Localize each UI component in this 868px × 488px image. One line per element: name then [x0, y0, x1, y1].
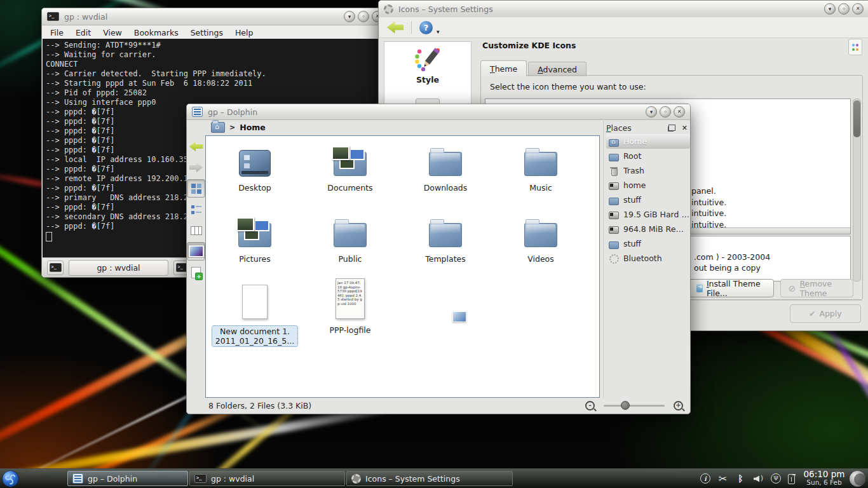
bluetooth-icon[interactable] [735, 473, 746, 484]
zoom-out-icon[interactable]: - [585, 401, 595, 410]
menu-item[interactable]: File [50, 28, 64, 37]
file-item[interactable]: New document 1. 2011_01_20_16_5... [207, 283, 302, 355]
places-item[interactable]: Bluetooth [606, 251, 690, 266]
toolbar-button[interactable] [187, 263, 205, 281]
toolbar-button[interactable] [187, 158, 205, 177]
help-icon[interactable]: ? [419, 21, 433, 34]
maximize-button[interactable] [660, 106, 671, 118]
menu-item[interactable]: View [103, 28, 122, 37]
new-tab-button[interactable] [47, 261, 64, 275]
taskbar-task[interactable]: Icons – System Settings [346, 471, 513, 486]
slider-track [604, 405, 665, 407]
style-category-label[interactable]: Style [416, 75, 439, 85]
toolbar-button[interactable] [187, 137, 205, 156]
dolphin-titlebar[interactable]: gp – Dolphin [187, 104, 690, 120]
theme-buttons-row: Install Theme File... Remove Theme [688, 279, 853, 297]
file-item-label: Videos [527, 254, 554, 264]
file-item[interactable]: Public [302, 212, 398, 283]
scrollbar-thumb[interactable] [853, 100, 860, 137]
breadcrumb-current[interactable]: Home [240, 123, 266, 132]
remove-theme-button[interactable]: Remove Theme [780, 279, 853, 297]
minimize-button[interactable] [344, 11, 355, 22]
dolphin-statusbar: 8 Folders, 2 Files (3.3 KiB) - + [187, 398, 689, 413]
menu-item[interactable]: Help [235, 28, 254, 37]
chevron-down-icon[interactable]: ▾ [437, 29, 440, 35]
theme-list-row-fragment[interactable]: intuitive. [691, 197, 726, 208]
minimize-button[interactable] [824, 3, 836, 15]
toolbar-button[interactable] [187, 242, 205, 261]
file-item-label: Desktop [238, 183, 271, 193]
minimize-button[interactable] [646, 106, 657, 118]
places-item[interactable]: stuff [606, 236, 690, 251]
apply-button[interactable]: Apply [790, 304, 861, 323]
maximize-button[interactable] [838, 3, 850, 15]
terminal-line: --> Waiting for carrier. [46, 50, 384, 60]
places-item[interactable]: home [606, 178, 690, 193]
info-icon[interactable] [700, 473, 710, 484]
tab[interactable]: Advanced [528, 62, 587, 76]
places-item[interactable]: 19.5 GiB Hard Drive [606, 207, 690, 222]
icons-view-icon [191, 184, 201, 194]
toolbar-button[interactable] [187, 179, 205, 198]
menu-item[interactable]: Settings [191, 28, 223, 37]
slider-handle[interactable] [621, 401, 630, 410]
scrollbar[interactable] [853, 98, 861, 281]
digital-clock[interactable]: 06:10 pm Sun, 6 Feb [800, 470, 848, 487]
style-category-icon[interactable] [414, 47, 442, 72]
places-item[interactable]: Root [606, 149, 690, 163]
terminal-tab[interactable]: gp : wvdial [69, 260, 168, 276]
file-grid: Desktop Documents Downloads [206, 136, 599, 355]
places-item-label: Trash [623, 166, 690, 175]
zoom-in-icon[interactable]: + [674, 401, 683, 410]
maximize-button[interactable] [358, 11, 369, 22]
folder-view[interactable]: Desktop Documents Downloads [205, 135, 600, 398]
file-item[interactable]: Downloads [398, 141, 493, 212]
overview-button[interactable] [848, 39, 862, 55]
home-folder-icon[interactable] [211, 122, 225, 133]
menu-item[interactable]: Edit [76, 28, 91, 37]
file-preview-text [430, 224, 461, 227]
file-item[interactable]: Desktop [207, 141, 302, 212]
places-item[interactable]: Home [606, 134, 690, 149]
zoom-slider[interactable] [604, 401, 665, 410]
tab[interactable]: Theme [480, 60, 527, 76]
overview-icon [852, 44, 855, 46]
page-title: Customize KDE Icons [482, 41, 576, 50]
usb-icon[interactable] [771, 473, 781, 484]
folder-icon [429, 152, 462, 176]
toolbar-button[interactable] [187, 221, 205, 240]
theme-list-row-fragment[interactable]: intuitive. [691, 208, 726, 219]
file-item[interactable]: Documents [302, 141, 398, 212]
volume-icon[interactable] [753, 473, 764, 484]
app-launcher-icon[interactable] [2, 470, 19, 487]
system-settings-titlebar[interactable]: Icons – System Settings [379, 1, 868, 18]
file-item[interactable]: Jan 17 09:47:18 gp-Aspire-5738 pppd[1946… [302, 283, 398, 355]
theme-list-row-fragment[interactable]: panel. [691, 186, 726, 197]
plasma-cashew-icon[interactable] [850, 471, 865, 487]
taskbar-task[interactable]: gp – Dolphin [67, 471, 188, 486]
gear-icon [384, 4, 393, 14]
install-theme-button[interactable]: Install Theme File... [688, 279, 774, 297]
gear-icon [351, 474, 361, 484]
terminal-titlebar[interactable]: gp : wvdial [42, 8, 388, 25]
toolbar-button[interactable] [187, 200, 205, 219]
close-button[interactable] [674, 106, 685, 118]
float-panel-icon[interactable] [668, 125, 675, 131]
file-item[interactable]: Templates [398, 212, 493, 283]
places-item[interactable]: stuff [606, 193, 690, 207]
back-arrow-icon[interactable] [387, 21, 403, 34]
theme-list-row-fragment[interactable]: intuitive. [691, 219, 726, 231]
file-item[interactable]: Videos [493, 212, 588, 283]
close-panel-icon[interactable]: ✕ [682, 124, 688, 132]
places-item[interactable]: Trash [606, 163, 690, 178]
file-item[interactable]: Pictures [207, 212, 302, 283]
places-item[interactable]: 964.8 MiB Remov... [606, 222, 690, 236]
file-item[interactable]: Music [493, 141, 588, 212]
places-item-label: 964.8 MiB Remov... [623, 224, 690, 234]
battery-icon[interactable] [788, 474, 795, 484]
menu-item[interactable]: Bookmarks [134, 28, 179, 37]
file-preview-text [240, 151, 270, 154]
scissors-icon[interactable] [717, 473, 728, 484]
taskbar-task[interactable]: gp : wvdial [189, 471, 345, 486]
close-button[interactable] [852, 3, 864, 15]
